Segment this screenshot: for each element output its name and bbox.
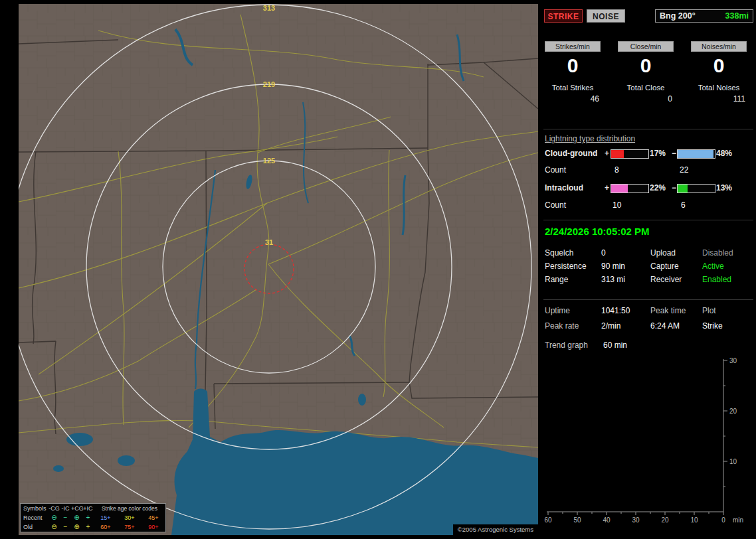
total-noises-label: Total Noises [691,84,747,92]
x-tick-label: 20 [661,516,669,524]
legend-age-header: Strike age color codes [94,504,165,513]
cloud-ground-count-row: Count 8 22 [541,165,756,176]
pos-ic-bar [611,184,649,193]
legend-col-pos-cg: +CG [71,504,82,513]
pos-cg-bar [611,149,649,159]
status-row: Persistence 90 min Capture Active [541,262,756,272]
pos-cg-count: 8 [614,165,619,175]
legend-col-neg-cg: -CG [48,504,60,513]
age-code-30: 30+ [118,513,142,522]
datetime-display: 2/24/2026 10:05:02 PM [545,226,650,237]
receiver-label: Receiver [650,275,682,284]
x-tick-label: 40 [603,516,611,524]
separator [543,299,753,300]
cloud-ground-row: Cloud-ground + 17% − 48% [541,149,756,159]
neg-cg-old-icon: ⊖ [48,522,60,532]
uptime-label: Uptime [545,306,570,315]
noises-per-min-button[interactable]: Noises/min [691,41,747,52]
total-noises-value: 111 [691,94,747,104]
pos-cg-percent: 17% [650,149,666,158]
neg-ic-count: 6 [681,200,686,210]
legend-col-neg-ic: -IC [60,504,71,513]
y-tick-label: 30 [729,357,737,364]
x-tick-label: 60 [544,516,552,524]
map-area[interactable]: 313 219 125 31 Symbols -CG -IC +CG +IC S… [19,4,538,535]
strikes-per-min-value: 0 [545,54,601,78]
trend-graph-label: Trend graph [545,341,588,350]
strikes-per-min-button[interactable]: Strikes/min [545,41,601,52]
legend-old-label: Old [21,522,48,532]
copyright-text: ©2005 Astrogenic Systems [453,524,538,535]
plus-sign: + [605,149,609,158]
strike-legend: Symbols -CG -IC +CG +IC Strike age color… [20,503,166,532]
range-ring-label: 125 [263,157,275,165]
noises-counter: Noises/min 0 Total Noises 111 [691,41,747,104]
distance-value: 338mi [725,11,749,21]
lake [358,394,366,406]
map-svg: 313 219 125 31 [19,4,538,535]
pos-ic-percent: 22% [650,183,666,193]
neg-ic-recent-icon: − [60,513,71,522]
count-label: Count [545,165,566,175]
legend-col-pos-ic: +IC [82,504,94,513]
age-code-60: 60+ [94,522,118,532]
neg-ic-old-icon: − [60,522,71,532]
range-value: 313 mi [601,275,625,284]
x-tick-label: 0 [721,516,725,524]
peak-time-label: Peak time [650,306,686,315]
trend-graph: 30 20 10 60 50 40 30 20 10 0 min [541,354,756,534]
uptime-value: 1041:50 [601,306,630,315]
lake [118,455,135,466]
bearing-distance-box: Bng 200° 338mi [655,9,753,23]
pos-cg-old-icon: ⊕ [71,522,82,532]
trend-label-row: Trend graph 60 min [541,341,756,351]
pos-ic-recent-icon: + [82,513,94,522]
range-ring-label: 219 [263,80,275,88]
pos-ic-count: 10 [613,200,621,210]
trend-window-value: 60 min [603,341,627,350]
persistence-value: 90 min [601,262,625,271]
plot-value: Strike [702,321,723,331]
count-label: Count [545,200,566,210]
intracloud-count-row: Count 10 6 [541,200,756,211]
capture-status: Active [702,262,724,271]
neg-cg-count: 22 [680,165,688,175]
plus-sign: + [605,183,609,193]
pos-ic-old-icon: + [82,522,94,532]
peak-rate-label: Peak rate [545,321,579,331]
minus-sign: − [672,183,676,193]
y-tick-label: 10 [729,458,737,465]
status-panel: STRIKE NOISE Bng 200° 338mi Strikes/min … [541,0,756,539]
neg-cg-percent: 48% [716,149,732,158]
separator [543,220,753,220]
capture-label: Capture [650,262,679,271]
total-close-value: 0 [618,94,674,104]
lake [53,465,64,472]
distribution-title: Lightning type distribution [545,134,635,143]
total-strikes-value: 46 [545,94,601,104]
neg-ic-bar [677,184,715,193]
bearing-value: Bng 200° [660,11,696,21]
peak-time-value: 6:24 AM [650,321,680,331]
x-axis-unit: min [733,516,743,524]
legend-symbols-header: Symbols [21,504,48,513]
intracloud-label: Intracloud [545,183,583,193]
legend-recent-label: Recent [21,513,48,522]
lake [66,433,93,446]
x-tick-label: 50 [573,516,581,524]
close-per-min-button[interactable]: Close/min [618,41,674,52]
status-row: Squelch 0 Upload Disabled [541,248,756,259]
age-code-45: 45+ [142,513,165,522]
neg-ic-percent: 13% [716,183,732,193]
range-ring-label: 31 [265,238,273,246]
noises-per-min-value: 0 [691,54,747,78]
cloud-ground-label: Cloud-ground [545,149,597,158]
age-code-15: 15+ [94,513,118,522]
strike-toggle-button[interactable]: STRIKE [544,9,583,23]
receiver-status: Enabled [702,275,731,284]
age-code-75: 75+ [118,522,142,532]
separator [543,129,753,129]
nexstorm-window: 313 219 125 31 Symbols -CG -IC +CG +IC S… [0,0,756,539]
close-counter: Close/min 0 Total Close 0 [618,41,674,104]
noise-toggle-button[interactable]: NOISE [587,9,625,23]
